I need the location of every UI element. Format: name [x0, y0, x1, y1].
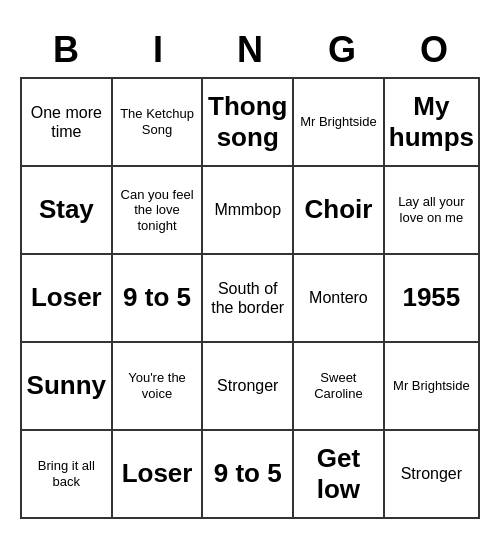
bingo-cell: Get low: [294, 431, 385, 519]
bingo-header-letter: B: [20, 25, 112, 75]
bingo-header: BINGO: [20, 25, 480, 75]
bingo-cell: The Ketchup Song: [113, 79, 204, 167]
bingo-cell: One more time: [22, 79, 113, 167]
bingo-cell: Mr Brightside: [385, 343, 480, 431]
bingo-cell: Sunny: [22, 343, 113, 431]
bingo-cell: Thong song: [203, 79, 294, 167]
bingo-header-letter: N: [204, 25, 296, 75]
bingo-header-letter: O: [388, 25, 480, 75]
bingo-cell: Montero: [294, 255, 385, 343]
bingo-header-letter: G: [296, 25, 388, 75]
bingo-cell: Stronger: [203, 343, 294, 431]
bingo-cell: Loser: [113, 431, 204, 519]
bingo-cell: My humps: [385, 79, 480, 167]
bingo-header-letter: I: [112, 25, 204, 75]
bingo-cell: Bring it all back: [22, 431, 113, 519]
bingo-cell: You're the voice: [113, 343, 204, 431]
bingo-cell: Mr Brightside: [294, 79, 385, 167]
bingo-cell: Stronger: [385, 431, 480, 519]
bingo-cell: Loser: [22, 255, 113, 343]
bingo-cell: Choir: [294, 167, 385, 255]
bingo-card: BINGO One more timeThe Ketchup SongThong…: [10, 15, 490, 529]
bingo-grid: One more timeThe Ketchup SongThong songM…: [20, 77, 480, 519]
bingo-cell: 9 to 5: [113, 255, 204, 343]
bingo-cell: Mmmbop: [203, 167, 294, 255]
bingo-cell: Can you feel the love tonight: [113, 167, 204, 255]
bingo-cell: South of the border: [203, 255, 294, 343]
bingo-cell: 1955: [385, 255, 480, 343]
bingo-cell: 9 to 5: [203, 431, 294, 519]
bingo-cell: Sweet Caroline: [294, 343, 385, 431]
bingo-cell: Lay all your love on me: [385, 167, 480, 255]
bingo-cell: Stay: [22, 167, 113, 255]
